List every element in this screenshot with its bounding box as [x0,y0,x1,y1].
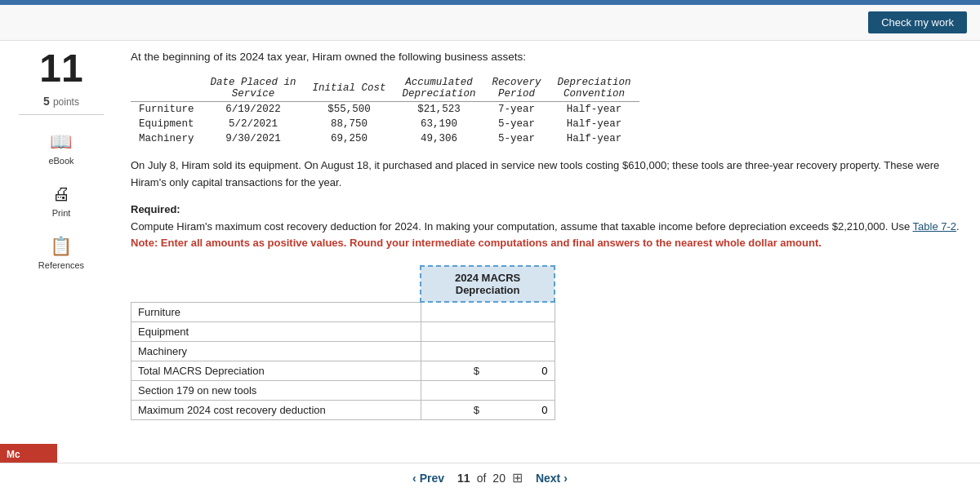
answer-label-section179: Section 179 on new tools [131,381,421,401]
sidebar-divider [19,114,104,115]
print-icon: 🖨 [49,182,74,206]
next-button[interactable]: Next › [536,472,568,485]
equipment-accum: 63,190 [394,117,484,131]
answer-label-equipment: Equipment [131,322,421,342]
machinery-date: 9/30/2021 [203,131,305,146]
question-intro: At the beginning of its 2024 tax year, H… [131,49,964,65]
answer-row-furniture: Furniture [131,302,555,322]
equipment-convention: Half-year [550,117,639,131]
required-text2: . [956,220,960,233]
header-bar: Check my work [0,5,980,41]
prev-label: Prev [420,472,444,485]
answer-label-machinery: Machinery [131,342,421,361]
table-row: Machinery 9/30/2021 69,250 49,306 5-year… [131,131,639,146]
answer-row-total-macrs: Total MACRS Depreciation $ [131,361,555,381]
furniture-accum: $21,523 [394,102,484,117]
col-header-accumulated: AccumulatedDepreciation [394,75,484,102]
answer-input-furniture[interactable] [483,306,548,318]
answer-label-total-macrs: Total MACRS Depreciation [131,361,421,381]
answer-input-total-macrs[interactable] [483,365,548,377]
of-text: of [477,472,487,485]
asset-name-machinery: Machinery [131,131,203,146]
furniture-convention: Half-year [550,102,639,117]
answer-label-furniture: Furniture [131,302,421,322]
furniture-date: 6/19/2022 [203,102,305,117]
answer-input-section179[interactable] [483,384,548,397]
current-page: 11 [457,472,470,485]
points-label: points [53,96,79,108]
answer-table-wrap: 2024 MACRSDepreciation Furniture Equipme… [131,265,964,420]
answer-input-section179-cell [421,381,555,401]
answer-table: 2024 MACRSDepreciation Furniture Equipme… [131,265,555,420]
sidebar: 11 5 points 📖 eBook 🖨 Print 📋 References [0,49,122,437]
print-label: Print [52,208,71,218]
machinery-convention: Half-year [550,131,639,146]
answer-input-machinery[interactable] [483,345,548,357]
furniture-cost: $55,500 [305,102,394,117]
table-row: Equipment 5/2/2021 88,750 63,190 5-year … [131,117,639,131]
furniture-recovery: 7-year [484,102,550,117]
grid-icon[interactable]: ⊞ [512,470,523,485]
total-pages: 20 [492,472,506,485]
description-text: On July 8, Hiram sold its equipment. On … [131,157,964,192]
next-label: Next [536,472,560,485]
answer-input-equipment[interactable] [483,326,548,338]
sidebar-item-print[interactable]: 🖨 Print [49,182,74,218]
asset-name-furniture: Furniture [131,102,203,117]
sidebar-item-ebook[interactable]: 📖 eBook [48,130,74,166]
machinery-accum: 49,306 [394,131,484,146]
col-header-asset [131,75,203,102]
equipment-cost: 88,750 [305,117,394,131]
question-number: 11 [39,49,82,88]
asset-name-equipment: Equipment [131,117,203,131]
references-icon: 📋 [49,234,74,259]
required-label: Required: [131,203,180,215]
next-chevron-icon: › [564,472,568,485]
answer-input-equipment-cell [421,322,555,342]
points-value: 5 [43,95,50,108]
page-info: 11 of 20 ⊞ [457,470,523,485]
answer-row-max-deduction: Maximum 2024 cost recovery deduction $ [131,401,555,420]
ebook-label: eBook [48,156,74,166]
prev-chevron-icon: ‹ [412,472,416,485]
answer-col-macrs-header: 2024 MACRSDepreciation [421,266,555,302]
answer-input-max-deduction[interactable] [483,404,548,416]
answer-row-equipment: Equipment [131,322,555,342]
col-header-convention: DepreciationConvention [550,75,639,102]
prev-button[interactable]: ‹ Prev [412,472,444,485]
answer-input-max-deduction-cell: $ [421,401,555,420]
table-row: Furniture 6/19/2022 $55,500 $21,523 7-ye… [131,102,639,117]
answer-col-label-header [131,266,421,302]
equipment-date: 5/2/2021 [203,117,305,131]
max-deduction-dollar: $ [474,404,479,416]
answer-label-max-deduction: Maximum 2024 cost recovery deduction [131,401,421,420]
bottom-navigation: ‹ Prev 11 of 20 ⊞ Next › [0,463,980,492]
assets-table-wrap: Date Placed inService Initial Cost Accum… [131,75,964,146]
equipment-recovery: 5-year [484,117,550,131]
references-label: References [38,260,84,270]
table-link[interactable]: Table 7-2 [913,220,956,233]
required-section: Required: Compute Hiram's maximum cost r… [131,202,964,252]
answer-row-machinery: Machinery [131,342,555,361]
required-text: Compute Hiram's maximum cost recovery de… [131,220,913,233]
content-area: At the beginning of its 2024 tax year, H… [122,49,980,437]
total-macrs-dollar: $ [474,365,479,377]
answer-input-machinery-cell [421,342,555,361]
machinery-cost: 69,250 [305,131,394,146]
main-layout: 11 5 points 📖 eBook 🖨 Print 📋 References… [0,41,980,437]
mcgraw-line1: Mc [7,449,20,460]
answer-input-furniture-cell [421,302,555,322]
ebook-icon: 📖 [49,130,74,154]
check-my-work-button[interactable]: Check my work [868,11,967,33]
col-header-recovery: RecoveryPeriod [484,75,550,102]
assets-table: Date Placed inService Initial Cost Accum… [131,75,639,146]
machinery-recovery: 5-year [484,131,550,146]
col-header-initial-cost: Initial Cost [305,75,394,102]
answer-row-section179: Section 179 on new tools [131,381,555,401]
sidebar-item-references[interactable]: 📋 References [38,234,84,270]
note-text: Note: Enter all amounts as positive valu… [131,237,822,249]
col-header-date: Date Placed inService [203,75,305,102]
answer-input-total-macrs-cell: $ [421,361,555,381]
